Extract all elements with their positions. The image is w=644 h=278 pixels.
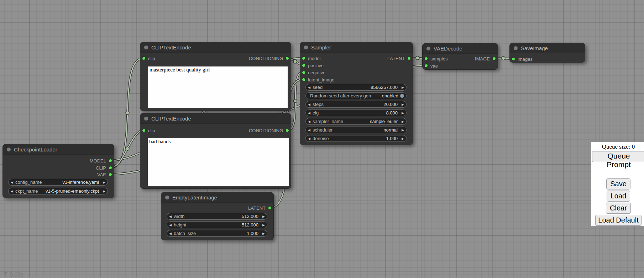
- decrement-arrow-icon[interactable]: [306, 103, 313, 106]
- decrement-arrow-icon[interactable]: [306, 137, 313, 140]
- input-slot-latent-image[interactable]: latent_image: [302, 77, 334, 82]
- node-checkpoint-loader[interactable]: CheckpointLoader MODEL CLIP VAE config_n…: [2, 144, 114, 198]
- increment-arrow-icon[interactable]: [101, 181, 108, 184]
- node-vae-decode[interactable]: VAEDecode samples vae IMAGE: [422, 43, 498, 70]
- output-slot-image[interactable]: IMAGE: [475, 56, 496, 62]
- collapse-dot-icon[interactable]: [144, 46, 148, 49]
- load-button[interactable]: Load: [607, 191, 630, 202]
- node-clip-text-encode-positive[interactable]: CLIPTextEncode clip CONDITIONING masterp…: [140, 42, 291, 111]
- input-slot-icon[interactable]: [302, 78, 305, 81]
- output-slot-clip[interactable]: CLIP: [96, 165, 112, 171]
- node-title-bar[interactable]: VAEDecode: [423, 43, 498, 54]
- input-slot-icon[interactable]: [302, 71, 305, 74]
- node-title-bar[interactable]: CheckpointLoader: [3, 144, 114, 155]
- output-slot-model[interactable]: MODEL: [90, 158, 112, 164]
- widget-batch-size[interactable]: batch_size 1.000: [167, 230, 267, 237]
- input-slot-icon[interactable]: [142, 129, 146, 132]
- decrement-arrow-icon[interactable]: [167, 223, 174, 227]
- node-title-bar[interactable]: SaveImage: [510, 43, 585, 53]
- link-clip-positive[interactable]: [111, 58, 144, 167]
- input-slot-icon[interactable]: [302, 64, 305, 67]
- increment-arrow-icon[interactable]: [399, 120, 406, 123]
- decrement-arrow-icon[interactable]: [167, 232, 174, 235]
- increment-arrow-icon[interactable]: [399, 128, 406, 132]
- prompt-textarea[interactable]: bad hands: [148, 138, 289, 186]
- node-empty-latent-image[interactable]: EmptyLatentImage LATENT width 512.000 he…: [161, 192, 274, 240]
- node-clip-text-encode-negative[interactable]: CLIPTextEncode clip CONDITIONING bad han…: [140, 113, 291, 189]
- collapse-dot-icon[interactable]: [426, 47, 430, 50]
- output-slot-icon[interactable]: [268, 206, 272, 210]
- node-save-image[interactable]: SaveImage images: [509, 43, 585, 63]
- widget-sampler-name[interactable]: sampler_name sample_euler: [305, 118, 407, 125]
- input-slot-samples[interactable]: samples: [424, 56, 447, 62]
- widget-value: v1-5-pruned-emaonly.ckpt: [46, 188, 101, 194]
- widget-steps[interactable]: steps 20.000: [305, 101, 407, 108]
- decrement-arrow-icon[interactable]: [9, 189, 15, 193]
- output-slot-icon[interactable]: [109, 159, 112, 162]
- decrement-arrow-icon[interactable]: [306, 111, 313, 115]
- input-slot-clip[interactable]: clip: [142, 128, 155, 133]
- output-slot-latent[interactable]: LATENT: [387, 55, 411, 61]
- collapse-dot-icon[interactable]: [144, 117, 148, 121]
- increment-arrow-icon[interactable]: [260, 215, 267, 218]
- output-slot-icon[interactable]: [286, 57, 289, 60]
- collapse-dot-icon[interactable]: [7, 148, 11, 151]
- load-default-button[interactable]: Load Default: [595, 215, 641, 226]
- input-slot-model[interactable]: model: [302, 55, 320, 61]
- widget-ckpt-name[interactable]: ckpt_name v1-5-pruned-emaonly.ckpt: [8, 188, 108, 194]
- node-title-bar[interactable]: CLIPTextEncode: [140, 42, 291, 53]
- collapse-dot-icon[interactable]: [514, 46, 518, 50]
- output-slot-icon[interactable]: [109, 166, 112, 170]
- save-button[interactable]: Save: [606, 178, 630, 189]
- decrement-arrow-icon[interactable]: [167, 215, 174, 218]
- decrement-arrow-icon[interactable]: [306, 120, 313, 123]
- output-slot-icon[interactable]: [109, 173, 112, 176]
- input-slot-icon[interactable]: [302, 57, 305, 60]
- output-slot-conditioning[interactable]: CONDITIONING: [249, 128, 289, 133]
- widget-scheduler[interactable]: scheduler normal: [305, 127, 407, 133]
- increment-arrow-icon[interactable]: [399, 111, 406, 115]
- output-slot-vae[interactable]: VAE: [97, 172, 112, 177]
- increment-arrow-icon[interactable]: [101, 189, 108, 193]
- widget-height[interactable]: height 512.000: [167, 221, 267, 228]
- prompt-textarea[interactable]: masterpiece best quality girl: [148, 66, 288, 108]
- widget-cfg[interactable]: cfg 8.000: [305, 109, 407, 116]
- widget-width[interactable]: width 512.000: [167, 213, 267, 220]
- input-slot-icon[interactable]: [142, 57, 146, 60]
- input-slot-icon[interactable]: [512, 57, 515, 61]
- widget-denoise[interactable]: denoise 1.000: [305, 135, 407, 142]
- link-clip-negative[interactable]: [111, 130, 144, 167]
- decrement-arrow-icon[interactable]: [9, 181, 15, 184]
- increment-arrow-icon[interactable]: [260, 232, 267, 235]
- input-slot-negative[interactable]: negative: [302, 70, 325, 75]
- output-slot-latent[interactable]: LATENT: [248, 205, 272, 211]
- widget-seed[interactable]: seed 8566257.000: [305, 84, 407, 91]
- decrement-arrow-icon[interactable]: [306, 86, 313, 89]
- widget-config-name[interactable]: config_name v1-inference.yaml: [8, 179, 108, 186]
- output-slot-icon[interactable]: [492, 57, 496, 60]
- input-slot-icon[interactable]: [424, 57, 428, 60]
- increment-arrow-icon[interactable]: [260, 223, 267, 227]
- input-slot-images[interactable]: images: [512, 56, 533, 62]
- input-slot-vae[interactable]: vae: [424, 63, 438, 69]
- toggle-on-icon[interactable]: [400, 94, 404, 98]
- output-slot-icon[interactable]: [286, 129, 289, 132]
- widget-random-seed-toggle[interactable]: Random seed after every gen enabled: [305, 92, 407, 99]
- increment-arrow-icon[interactable]: [399, 86, 406, 89]
- node-sampler[interactable]: Sampler model positive negative latent_i…: [300, 42, 413, 145]
- output-slot-conditioning[interactable]: CONDITIONING: [249, 55, 289, 61]
- clear-button[interactable]: Clear: [606, 203, 631, 214]
- collapse-dot-icon[interactable]: [165, 196, 169, 199]
- collapse-dot-icon[interactable]: [304, 46, 308, 49]
- decrement-arrow-icon[interactable]: [306, 128, 313, 132]
- node-title-bar[interactable]: EmptyLatentImage: [161, 192, 273, 203]
- node-title-bar[interactable]: CLIPTextEncode: [140, 113, 291, 124]
- increment-arrow-icon[interactable]: [399, 103, 406, 106]
- node-title-bar[interactable]: Sampler: [300, 42, 413, 53]
- increment-arrow-icon[interactable]: [399, 137, 406, 140]
- input-slot-clip[interactable]: clip: [142, 55, 155, 61]
- input-slot-positive[interactable]: positive: [302, 63, 324, 68]
- output-slot-icon[interactable]: [407, 57, 411, 60]
- input-slot-icon[interactable]: [424, 64, 428, 68]
- queue-prompt-button[interactable]: Queue Prompt: [592, 151, 644, 162]
